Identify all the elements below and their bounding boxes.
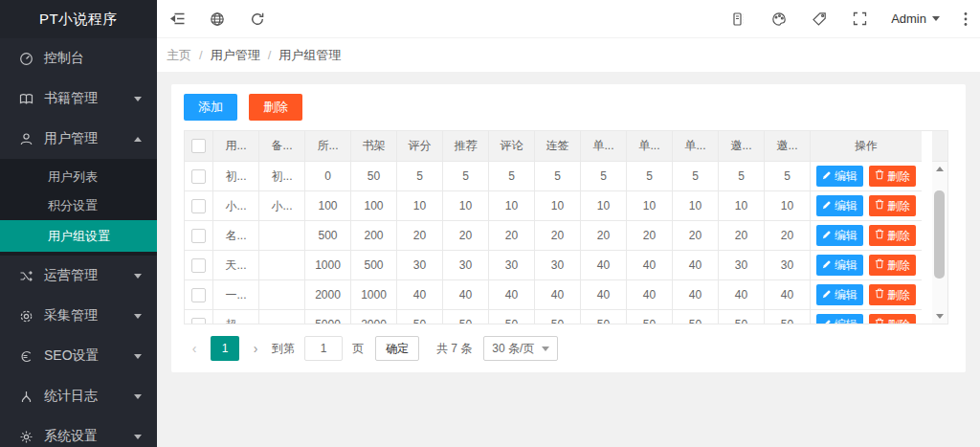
table-cell: 40 (627, 280, 673, 310)
top-toolbar: Admin (157, 0, 980, 38)
sidebar-item-dashboard[interactable]: 控制台 (0, 38, 157, 78)
edit-button[interactable]: 编辑 (816, 314, 863, 324)
sidebar-item-system[interactable]: 系统设置 (0, 416, 157, 447)
collapse-menu-icon[interactable] (157, 0, 197, 38)
table-cell: 50 (535, 310, 581, 324)
sidebar-item-label: SEO设置 (44, 347, 134, 365)
breadcrumb: 主页 / 用户管理 / 用户组管理 (157, 38, 980, 72)
table-cell: 10 (443, 191, 489, 221)
chevron-down-icon (134, 97, 142, 101)
edit-button[interactable]: 编辑 (816, 284, 863, 305)
row-delete-button[interactable]: 删除 (869, 255, 916, 276)
sidebar-item-user-group-settings[interactable]: 用户组设置 (0, 220, 157, 252)
goto-label: 到第 (272, 341, 295, 357)
next-page-button[interactable]: › (245, 336, 266, 361)
row-checkbox[interactable] (191, 169, 206, 184)
table-cell: 50 (765, 310, 811, 324)
table-cell: 20 (627, 221, 673, 251)
operations-icon (19, 268, 34, 283)
page-size-value: 30 条/页 (492, 341, 534, 357)
app-title: PT小说程序 (0, 0, 157, 38)
fullscreen-icon[interactable] (839, 0, 880, 38)
sidebar-item-stats[interactable]: 统计日志 (0, 376, 157, 416)
scrollbar-track[interactable] (932, 162, 947, 324)
prev-page-button[interactable]: ‹ (184, 336, 205, 361)
chevron-down-icon (932, 16, 940, 21)
delete-label: 删除 (887, 317, 910, 324)
row-delete-button[interactable]: 删除 (869, 284, 916, 305)
row-checkbox[interactable] (191, 229, 206, 243)
select-all-checkbox[interactable] (191, 139, 206, 153)
sidebar-item-operations[interactable]: 运营管理 (0, 256, 157, 296)
row-checkbox[interactable] (191, 258, 206, 273)
pencil-icon (822, 229, 832, 242)
row-delete-button[interactable]: 删除 (869, 166, 916, 187)
column-header: 单... (673, 131, 719, 162)
table-cell: 50 (397, 310, 443, 324)
confirm-page-button[interactable]: 确定 (375, 336, 419, 361)
table-cell: 30 (719, 251, 765, 280)
table-cell: 5 (443, 162, 489, 191)
edit-button[interactable]: 编辑 (816, 195, 863, 216)
globe-icon[interactable] (197, 0, 237, 38)
page-size-select[interactable]: 30 条/页 (483, 336, 558, 361)
table-cell: 小... (259, 191, 305, 221)
sidebar-item-points-settings[interactable]: 积分设置 (0, 191, 157, 220)
refresh-icon[interactable] (237, 0, 278, 38)
sidebar-item-label: 系统设置 (44, 428, 134, 445)
column-header: 书架 (351, 131, 397, 162)
cache-icon[interactable] (719, 0, 759, 38)
delete-button[interactable]: 删除 (249, 94, 302, 121)
goto-page-input[interactable] (304, 336, 343, 361)
trash-icon (875, 318, 884, 324)
row-checkbox[interactable] (191, 288, 206, 302)
table-cell: 2000 (305, 280, 351, 310)
row-delete-button[interactable]: 删除 (869, 195, 916, 216)
row-checkbox[interactable] (191, 318, 206, 324)
row-delete-button[interactable]: 删除 (869, 225, 916, 246)
table-cell: 500 (305, 221, 351, 251)
table-cell: 10 (719, 191, 765, 221)
system-gear-icon (19, 429, 34, 444)
row-checkbox[interactable] (191, 199, 206, 213)
table-cell: 5 (765, 162, 811, 191)
table-toolbar: 添加 删除 (184, 94, 953, 121)
breadcrumb-user-management[interactable]: 用户管理 (211, 47, 260, 64)
scroll-down-arrow-icon[interactable] (936, 314, 944, 319)
add-button[interactable]: 添加 (184, 94, 237, 121)
table-cell: 5 (673, 162, 719, 191)
sidebar-item-books[interactable]: 书籍管理 (0, 78, 157, 119)
chevron-down-icon (134, 274, 142, 279)
table-cell: 20 (535, 221, 581, 251)
breadcrumb-home[interactable]: 主页 (167, 47, 191, 64)
scroll-up-arrow-icon[interactable] (936, 167, 944, 171)
row-actions: 编辑删除 (811, 251, 922, 280)
breadcrumb-separator: / (268, 48, 272, 62)
chevron-down-icon (134, 435, 142, 439)
row-delete-button[interactable]: 删除 (869, 314, 916, 324)
table-cell: 50 (719, 310, 765, 324)
scrollbar-thumb[interactable] (934, 190, 945, 279)
tag-icon[interactable] (799, 0, 839, 38)
table-cell: 5 (489, 162, 535, 191)
table-cell: 10 (535, 191, 581, 221)
admin-dropdown[interactable]: Admin (880, 0, 951, 38)
table-cell: 100 (305, 191, 351, 221)
palette-icon[interactable] (759, 0, 799, 38)
kebab-menu-icon[interactable] (951, 0, 980, 38)
table-cell: 10 (765, 191, 811, 221)
sidebar-item-seo[interactable]: SEO设置 (0, 336, 157, 376)
edit-button[interactable]: 编辑 (816, 255, 863, 276)
app-window: PT小说程序 控制台 书籍管理 用户管理 用户列表 积分设置 用户组设置 (0, 0, 980, 447)
table-cell: 50 (443, 310, 489, 324)
edit-button[interactable]: 编辑 (816, 225, 863, 246)
sidebar-item-collect[interactable]: 采集管理 (0, 296, 157, 336)
page-unit-label: 页 (352, 341, 364, 357)
sidebar-item-users[interactable]: 用户管理 (0, 119, 157, 159)
sidebar-item-user-list[interactable]: 用户列表 (0, 163, 157, 191)
table-row: 一...20001000404040404040404040编辑删除 (185, 280, 932, 310)
edit-button[interactable]: 编辑 (816, 166, 863, 187)
table-cell: 30 (397, 251, 443, 280)
delete-label: 删除 (887, 228, 910, 244)
table-cell: 20 (443, 221, 489, 251)
